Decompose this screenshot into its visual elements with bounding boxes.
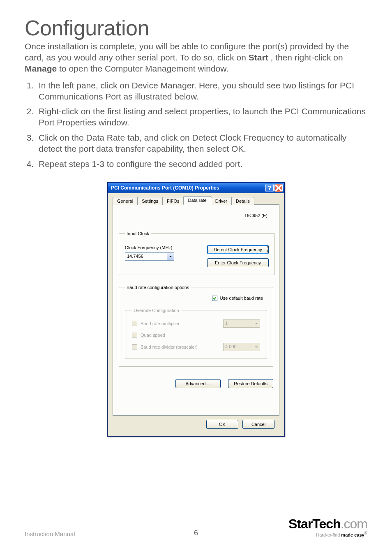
tab-driver[interactable]: Driver [211,197,232,205]
baud-multiplier-label: Baud rate multiplier [141,321,180,326]
tagline-pre: Hard-to-find [316,532,341,537]
page-footer: Instruction Manual 6 StarTech.com Hard-t… [25,517,367,537]
registered-icon: ® [364,531,367,535]
quad-speed-label: Quad speed [141,333,165,338]
restore-rest: estore Defaults [237,381,267,386]
advanced-hotkey: A [185,381,188,386]
tab-settings[interactable]: Settings [137,197,163,205]
ok-button[interactable]: OK [206,420,238,429]
properties-dialog: PCI Communications Port (COM10) Properti… [107,182,285,437]
step-item: Right-click on the first listing and sel… [36,106,367,128]
dialog-title: PCI Communications Port (COM10) Properti… [111,185,219,191]
override-config-group: Override Configuration Baud rate multipl… [125,308,267,359]
dialog-titlebar: PCI Communications Port (COM10) Properti… [108,183,284,193]
dialog-body: General Settings FIFOs Data rate Driver … [108,193,284,436]
tab-fifos[interactable]: FIFOs [162,197,184,205]
restore-hotkey: R [234,381,237,386]
input-clock-group: Input Clock Clock Frequency (MHz): 14.74… [119,231,275,275]
baud-multiplier-combobox: 1 [223,319,260,328]
restore-defaults-button[interactable]: Restore Defaults [228,379,273,388]
baud-multiplier-checkbox [132,321,137,326]
tab-general[interactable]: General [113,197,138,205]
step-item: Repeat steps 1-3 to configure the second… [36,159,367,170]
tab-strip: General Settings FIFOs Data rate Driver … [113,196,279,205]
advanced-rest: dvanced ... [189,381,211,386]
page-title: Configuration [25,16,367,40]
baud-divider-value: 4.000 [224,343,253,351]
checkbox-checked-icon [212,296,217,301]
input-clock-legend: Input Clock [125,231,151,236]
baud-divider-label: Baud rate divider (prescaler) [141,345,198,349]
override-legend: Override Configuration [132,308,181,313]
intro-paragraph: Once installation is complete, you will … [25,41,367,74]
chip-label: 16C952 (E) [244,213,267,218]
close-icon [275,184,282,192]
intro-text: to open the Computer Management window. [59,64,228,73]
cancel-button[interactable]: Cancel [242,420,274,429]
enter-clock-frequency-button[interactable]: Enter Clock Frequency [207,258,269,267]
tab-details[interactable]: Details [231,197,254,205]
clock-freq-value: 14.7456 [125,253,167,260]
footer-doc-title: Instruction Manual [25,530,75,537]
tagline-bold: made easy [341,532,364,537]
page-root: Configuration Once installation is compl… [0,0,392,553]
close-button[interactable] [274,184,283,192]
tab-data-rate[interactable]: Data rate [183,196,211,205]
step-item: In the left pane, click on Device Manage… [36,80,367,102]
detect-clock-frequency-button[interactable]: Detect Clock Frequency [207,245,269,254]
chevron-down-icon [253,343,260,351]
intro-manage-bold: Manage [25,64,57,73]
baud-divider-checkbox [132,344,137,349]
baud-rate-legend: Baud rate configuration options [125,285,191,290]
chevron-down-icon[interactable] [167,253,174,260]
advanced-button[interactable]: Advanced ... [175,379,221,388]
baud-multiplier-value: 1 [224,320,253,327]
quad-speed-checkbox [132,333,137,338]
baud-rate-group: Baud rate configuration options Use defa… [119,285,273,367]
steps-list: In the left pane, click on Device Manage… [25,80,367,170]
help-button[interactable]: ? [265,184,274,192]
intro-text: , then right-click on [270,53,343,62]
use-default-baud-rate-checkbox[interactable]: Use default baud rate [212,296,263,301]
chevron-down-icon [253,320,260,327]
clock-freq-label: Clock Frequency (MHz): [125,245,195,250]
tab-panel-data-rate: 16C952 (E) Input Clock Clock Frequency (… [113,205,279,416]
dialog-screenshot: PCI Communications Port (COM10) Properti… [25,182,367,437]
baud-divider-combobox: 4.000 [223,343,260,351]
intro-start-bold: Start [249,53,268,62]
logo-bold: StarTech [288,516,341,531]
clock-freq-combobox[interactable]: 14.7456 [125,252,174,261]
page-number: 6 [194,529,198,537]
logo-light: .com [341,516,367,531]
use-default-label: Use default baud rate [220,296,263,301]
brand-logo: StarTech.com Hard-to-find made easy® [288,517,367,537]
step-item: Click on the Data Rate tab, and click on… [36,132,367,155]
